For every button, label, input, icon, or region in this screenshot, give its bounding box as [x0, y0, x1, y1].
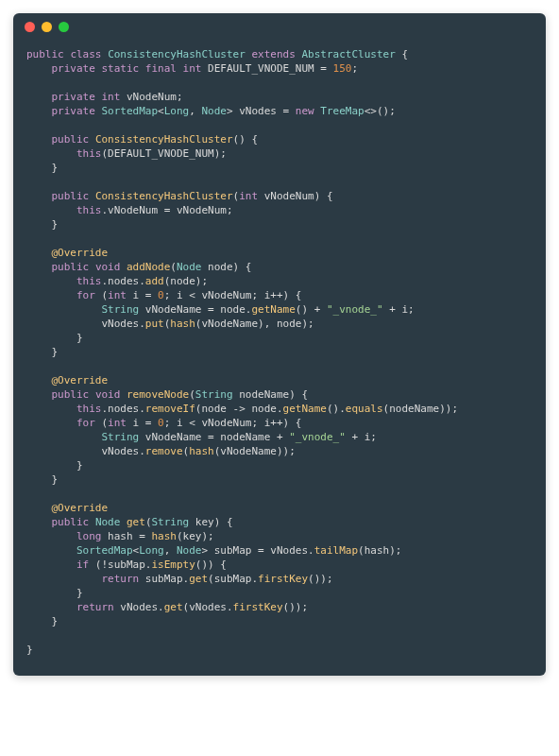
code-line: vNodes.remove(hash(vNodeName));: [26, 444, 533, 458]
code-token: new: [296, 105, 314, 117]
code-line: }: [26, 458, 533, 472]
code-token: ConsistencyHashCluster: [108, 48, 246, 60]
code-token: [89, 261, 95, 273]
code-token: firstKey: [233, 601, 283, 613]
code-token: (key);: [177, 530, 214, 542]
code-token: if: [76, 558, 89, 571]
window-titlebar: [13, 13, 546, 40]
code-token: (hash);: [358, 544, 401, 557]
code-line: this.nodes.removeIf(node -> node.getName…: [26, 402, 533, 416]
code-token: [26, 289, 76, 301]
code-token: node) {: [201, 261, 251, 273]
code-token: [26, 275, 76, 287]
code-line: private static final int DEFAULT_VNODE_N…: [26, 61, 533, 76]
code-token: String: [101, 431, 139, 443]
code-token: vNodes.: [114, 601, 164, 613]
code-token: Long: [139, 544, 164, 557]
code-token: (!subMap.: [89, 558, 151, 571]
code-token: [26, 388, 52, 401]
code-line: [26, 118, 533, 132]
code-window: public class ConsistencyHashCluster exte…: [13, 13, 546, 676]
code-token: () +: [296, 303, 327, 316]
code-token: (nodeName));: [383, 403, 458, 415]
code-token: this: [76, 275, 102, 287]
code-token: [120, 516, 127, 528]
code-token: this: [76, 403, 102, 415]
code-line: }: [26, 161, 533, 175]
code-line: this.nodes.add(node);: [26, 274, 533, 288]
code-token: hash: [170, 318, 195, 330]
code-token: ().: [327, 403, 346, 415]
code-token: private: [52, 91, 95, 103]
code-token: get: [164, 601, 183, 613]
zoom-icon[interactable]: [59, 22, 69, 32]
code-line: [26, 487, 533, 501]
code-token: ());: [283, 601, 309, 613]
code-line: public ConsistencyHashCluster() {: [26, 132, 533, 146]
code-token: }: [26, 473, 58, 486]
code-token: hash: [151, 530, 177, 542]
code-token: }: [26, 459, 83, 472]
code-token: getName: [283, 403, 327, 415]
code-token: public: [52, 133, 90, 146]
code-token: TreeMap: [320, 105, 364, 117]
code-token: int: [108, 289, 127, 301]
code-token: ());: [308, 573, 333, 585]
code-token: public: [26, 48, 64, 60]
code-token: [89, 190, 95, 202]
code-token: void: [95, 261, 121, 273]
code-token: ; i < vNodeNum; i++) {: [164, 417, 302, 429]
code-token: [26, 544, 76, 557]
code-line: public class ConsistencyHashCluster exte…: [26, 47, 533, 61]
code-token: [26, 403, 76, 415]
code-token: > vNodes =: [227, 105, 296, 117]
code-token: <>();: [364, 105, 396, 117]
code-token: vNodes.: [26, 318, 145, 330]
code-token: class: [70, 48, 101, 60]
code-line: if (!subMap.isEmpty()) {: [26, 558, 533, 572]
code-token: return: [76, 601, 114, 613]
code-token: int: [183, 62, 202, 75]
code-token: long: [76, 530, 102, 542]
code-token: [26, 573, 101, 585]
code-token: @Override: [52, 247, 109, 259]
code-token: [89, 388, 95, 401]
code-token: public: [52, 388, 90, 401]
code-token: {: [396, 48, 408, 60]
code-line: }: [26, 217, 533, 232]
code-token: DEFAULT_VNODE_NUM =: [201, 62, 332, 75]
code-token: [26, 204, 76, 216]
code-token: () {: [233, 133, 259, 146]
code-line: public void addNode(Node node) {: [26, 260, 533, 274]
code-token: ,: [164, 544, 177, 557]
code-token: + i;: [383, 303, 415, 316]
code-token: [26, 431, 101, 443]
code-token: }: [26, 644, 33, 656]
code-token: [26, 190, 52, 202]
code-token: subMap.: [139, 573, 189, 585]
code-token: add: [145, 275, 164, 287]
code-line: this.vNodeNum = vNodeNum;: [26, 203, 533, 217]
code-token: i =: [127, 417, 158, 429]
code-token: 0: [158, 289, 164, 301]
code-token: ,: [189, 105, 201, 117]
close-icon[interactable]: [25, 22, 35, 32]
code-token: put: [145, 318, 164, 330]
code-token: void: [95, 388, 121, 401]
code-token: for: [76, 289, 95, 301]
code-token: [26, 105, 52, 117]
code-line: vNodes.put(hash(vNodeName), node);: [26, 317, 533, 331]
code-token: public: [52, 261, 90, 273]
code-token: i =: [127, 289, 158, 301]
code-line: [26, 232, 533, 246]
code-line: return subMap.get(subMap.firstKey());: [26, 572, 533, 586]
code-token: String: [101, 303, 139, 316]
code-token: vNodeName = node.: [139, 303, 251, 316]
code-token: [26, 62, 52, 75]
code-token: removeNode: [127, 388, 189, 401]
code-token: (: [189, 388, 195, 401]
code-line: }: [26, 643, 533, 657]
minimize-icon[interactable]: [42, 22, 52, 32]
code-token: }: [26, 615, 58, 627]
code-token: firstKey: [258, 573, 308, 585]
